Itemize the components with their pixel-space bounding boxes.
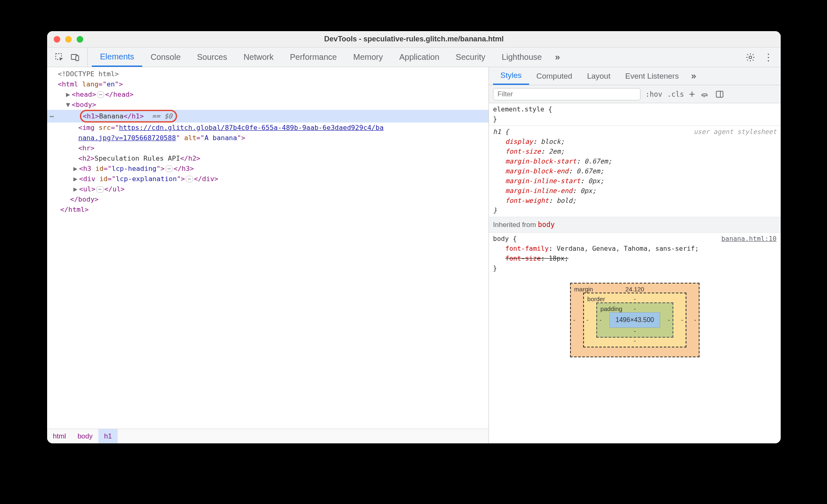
rule-element-style[interactable]: element.style { } (489, 103, 781, 126)
toggle-computed-sidebar-icon[interactable] (715, 89, 725, 99)
styles-sidebar-tabs: Styles Computed Layout Event Listeners » (489, 67, 781, 85)
styles-filter-input[interactable] (493, 88, 641, 100)
dom-img-line2[interactable]: nana.jpg?v=1705668720588" alt="A banana"… (47, 133, 488, 143)
kebab-menu-icon[interactable]: ⋮ (763, 52, 773, 62)
crumb-html[interactable]: html (47, 429, 72, 443)
side-tab-styles[interactable]: Styles (493, 67, 529, 85)
dom-html-open[interactable]: <html lang="en"> (47, 79, 488, 89)
close-window-icon[interactable] (54, 36, 60, 43)
tab-elements[interactable]: Elements (92, 48, 142, 67)
dom-body-open[interactable]: ▼<body> (47, 100, 488, 110)
inspect-element-icon[interactable] (55, 52, 64, 62)
tabstrip-right-controls: ⋮ (745, 52, 781, 62)
elements-panel: <!DOCTYPE html> <html lang="en"> ▶<head>… (47, 67, 489, 443)
more-tabs-icon[interactable]: » (550, 52, 565, 63)
side-tab-event-listeners[interactable]: Event Listeners (618, 67, 686, 85)
row-actions-icon[interactable]: ⋯ (50, 111, 55, 121)
cls-toggle[interactable]: .cls (667, 90, 684, 98)
dom-tree[interactable]: <!DOCTYPE html> <html lang="en"> ▶<head>… (47, 67, 488, 429)
side-tab-computed[interactable]: Computed (529, 67, 580, 85)
dom-h3[interactable]: ▶<h3 id="lcp-heading">⋯</h3> (47, 163, 488, 174)
window-title: DevTools - speculative-rules.glitch.me/b… (47, 35, 781, 43)
tab-memory[interactable]: Memory (345, 48, 391, 67)
svg-rect-4 (716, 91, 723, 97)
tab-network[interactable]: Network (235, 48, 282, 67)
tab-console[interactable]: Console (142, 48, 189, 67)
source-link[interactable]: banana.html:10 (721, 234, 777, 244)
styles-toolbar: :hov .cls + (489, 85, 781, 103)
side-more-tabs-icon[interactable]: » (686, 71, 701, 82)
breadcrumb: html body h1 (47, 429, 488, 443)
dom-doctype[interactable]: <!DOCTYPE html> (47, 69, 488, 79)
device-toolbar-icon[interactable] (70, 52, 80, 62)
box-model[interactable]: margin 24.120 - - border - - - padding (489, 275, 781, 357)
rule-h1-ua[interactable]: h1 { user agent stylesheet display: bloc… (489, 126, 781, 217)
traffic-lights (47, 36, 83, 43)
crumb-h1[interactable]: h1 (98, 429, 118, 443)
dom-h2[interactable]: <h2>Speculation Rules API</h2> (47, 153, 488, 163)
dom-html-close[interactable]: </html> (47, 204, 488, 215)
styles-rules: element.style { } h1 { user agent styles… (489, 103, 781, 443)
tab-sources[interactable]: Sources (189, 48, 235, 67)
dom-head[interactable]: ▶<head>⋯</head> (47, 89, 488, 100)
paint-brush-icon[interactable] (700, 89, 710, 99)
main-tabs: Elements Console Sources Network Perform… (88, 48, 565, 67)
side-tab-layout[interactable]: Layout (579, 67, 618, 85)
dom-div[interactable]: ▶<div id="lcp-explanation">⋯</div> (47, 174, 488, 184)
hov-toggle[interactable]: :hov (645, 90, 662, 98)
dom-body-close[interactable]: </body> (47, 194, 488, 204)
rule-body[interactable]: body { banana.html:10 font-family: Verda… (489, 233, 781, 275)
devtools-window: DevTools - speculative-rules.glitch.me/b… (47, 31, 781, 443)
window-titlebar: DevTools - speculative-rules.glitch.me/b… (47, 31, 781, 48)
new-style-rule-icon[interactable]: + (689, 89, 695, 99)
svg-rect-2 (76, 56, 79, 61)
svg-point-3 (749, 56, 752, 58)
main-tabstrip: Elements Console Sources Network Perform… (47, 48, 781, 67)
maximize-window-icon[interactable] (77, 36, 83, 43)
tab-application[interactable]: Application (391, 48, 448, 67)
tab-performance[interactable]: Performance (282, 48, 345, 67)
dom-selected-h1[interactable]: ⋯ <h1>Banana</h1> == $0 (47, 110, 488, 123)
settings-gear-icon[interactable] (745, 52, 755, 62)
dom-ul[interactable]: ▶<ul>⋯</ul> (47, 184, 488, 194)
box-model-content-size: 1496×43.500 (609, 312, 660, 328)
inherited-from-body-label: Inherited from body (489, 217, 781, 233)
dom-img-line1[interactable]: <img src="https://cdn.glitch.global/87b4… (47, 123, 488, 133)
inspector-tool-group (47, 48, 88, 67)
crumb-body[interactable]: body (72, 429, 98, 443)
panels-container: <!DOCTYPE html> <html lang="en"> ▶<head>… (47, 67, 781, 443)
tab-lighthouse[interactable]: Lighthouse (493, 48, 550, 67)
styles-panel: Styles Computed Layout Event Listeners »… (489, 67, 781, 443)
tab-security[interactable]: Security (448, 48, 493, 67)
dom-hr[interactable]: <hr> (47, 143, 488, 153)
minimize-window-icon[interactable] (65, 36, 72, 43)
